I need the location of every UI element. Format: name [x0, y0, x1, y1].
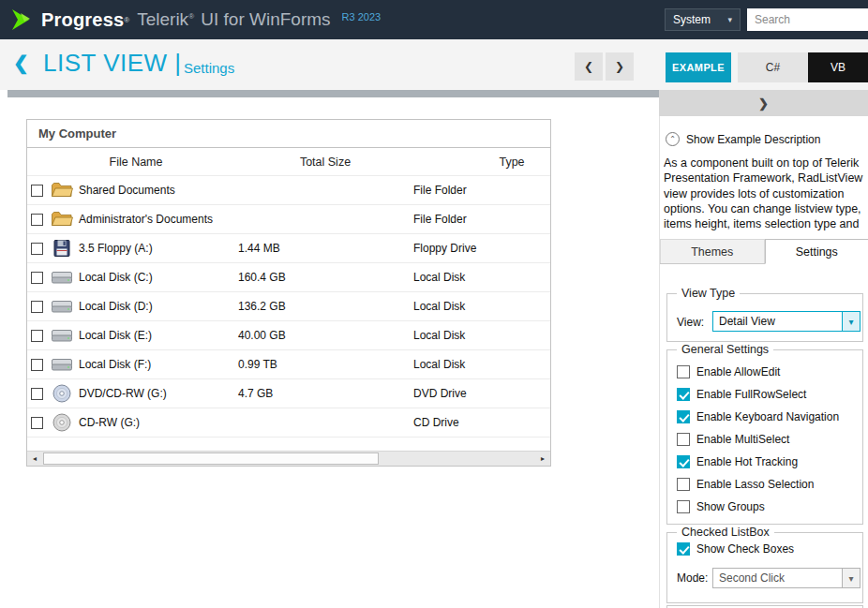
- scroll-left-button[interactable]: ◂: [27, 452, 42, 466]
- chevron-down-icon[interactable]: ▾: [842, 312, 860, 331]
- registered-mark: ®: [124, 16, 129, 24]
- tab-example[interactable]: EXAMPLE: [666, 52, 731, 82]
- scroll-right-button[interactable]: ▸: [535, 452, 550, 466]
- tab-csharp[interactable]: C#: [738, 52, 808, 82]
- mode-value: Second Click: [713, 569, 842, 587]
- checked-listbox-options: Show Check Boxes: [677, 538, 857, 560]
- checkbox[interactable]: [677, 542, 690, 556]
- chevron-up-icon: ⌃: [669, 135, 676, 143]
- next-example-button[interactable]: ❯: [606, 52, 634, 81]
- row-checkbox[interactable]: [31, 272, 43, 284]
- checkbox-option[interactable]: Enable Keyboard Navigation: [677, 406, 857, 428]
- description-toggle[interactable]: ⌃ Show Example Description: [666, 132, 820, 146]
- checkbox-label: Enable Hot Tracking: [696, 455, 798, 468]
- checkbox-option[interactable]: Enable FullRowSelect: [677, 383, 857, 406]
- file-type: File Folder: [413, 205, 467, 234]
- row-checkbox[interactable]: [31, 301, 43, 313]
- file-name: CD-RW (G:): [79, 416, 140, 429]
- example-description: As a component built on top of Telerik P…: [664, 156, 864, 234]
- sidebar-collapse-bar[interactable]: ❯: [659, 90, 868, 116]
- brand-product: Telerik® UI for WinForms: [137, 9, 330, 30]
- file-name: Local Disk (F:): [79, 358, 151, 371]
- row-checkbox[interactable]: [31, 243, 43, 255]
- table-row[interactable]: Local Disk (E:)40.00 GBLocal Disk: [27, 321, 550, 350]
- table-row[interactable]: Administrator's DocumentsFile Folder: [27, 205, 550, 234]
- system-dropdown[interactable]: System ▾: [665, 8, 741, 31]
- table-row[interactable]: Shared DocumentsFile Folder: [27, 176, 550, 205]
- mode-dropdown[interactable]: Second Click ▾: [712, 568, 861, 588]
- file-name: Shared Documents: [79, 184, 175, 197]
- total-size: 4.7 GB: [238, 379, 273, 408]
- brand-name: Progress: [41, 9, 124, 31]
- search-input[interactable]: [747, 8, 868, 31]
- general-settings-options: Enable AllowEditEnable FullRowSelectEnab…: [677, 361, 857, 518]
- row-checkbox[interactable]: [31, 330, 43, 342]
- column-header-type[interactable]: Type: [406, 148, 550, 176]
- row-checkbox[interactable]: [31, 359, 43, 371]
- checkbox[interactable]: [677, 365, 690, 378]
- horizontal-scrollbar[interactable]: ◂ ▸: [27, 451, 550, 466]
- table-row[interactable]: DVD/CD-RW (G:)4.7 GBDVD Drive: [27, 379, 550, 408]
- previous-example-button[interactable]: ❮: [575, 52, 603, 81]
- table-row[interactable]: Local Disk (F:)0.99 TBLocal Disk: [27, 350, 550, 379]
- brand-product-suffix: UI for WinForms: [196, 9, 331, 29]
- chevron-down-icon[interactable]: ▾: [842, 569, 860, 587]
- folder-icon: [49, 179, 75, 201]
- row-checkbox[interactable]: [31, 417, 43, 429]
- chevron-up-circle-icon: ⌃: [666, 132, 680, 146]
- general-settings-groupbox: General Settings Enable AllowEditEnable …: [666, 349, 863, 525]
- checkbox-option[interactable]: Enable Lasso Selection: [677, 473, 857, 496]
- checkbox[interactable]: [677, 500, 690, 513]
- row-checkbox[interactable]: [31, 388, 43, 400]
- file-name: DVD/CD-RW (G:): [79, 387, 167, 400]
- system-dropdown-value: System: [673, 13, 711, 26]
- checkbox[interactable]: [677, 433, 690, 446]
- table-row[interactable]: 3.5 Floppy (A:)1.44 MBFloppy Drive: [27, 234, 550, 263]
- floppy-icon: [49, 237, 75, 260]
- table-row[interactable]: CD-RW (G:)CD Drive: [27, 408, 550, 437]
- file-type: Floppy Drive: [413, 234, 476, 263]
- file-type: Local Disk: [413, 350, 465, 379]
- file-type: Local Disk: [413, 263, 465, 292]
- column-header-file-name[interactable]: File Name: [27, 148, 245, 176]
- file-name: Local Disk (C:): [79, 271, 153, 284]
- file-type: DVD Drive: [413, 379, 467, 408]
- file-name: Administrator's Documents: [79, 213, 213, 226]
- checkbox[interactable]: [677, 388, 690, 401]
- brand-product-name: Telerik: [137, 9, 188, 29]
- view-label: View:: [677, 316, 704, 329]
- subheader: ❮ LIST VIEW | Settings ❮ ❯ EXAMPLE C# VB: [0, 39, 868, 90]
- checked-listbox-groupbox: Checked ListBox Show Check Boxes Mode: S…: [666, 532, 863, 603]
- back-icon[interactable]: ❮: [13, 52, 29, 74]
- view-type-value: Detail View: [713, 312, 842, 331]
- checkbox-label: Enable FullRowSelect: [696, 388, 806, 401]
- tab-themes[interactable]: Themes: [660, 239, 765, 263]
- checkbox-option[interactable]: Enable AllowEdit: [677, 361, 857, 383]
- checkbox-option[interactable]: Enable MultiSelect: [677, 428, 857, 451]
- row-checkbox[interactable]: [31, 185, 43, 197]
- checkbox-label: Show Groups: [696, 500, 765, 513]
- checkbox-label: Enable Lasso Selection: [696, 478, 814, 491]
- tab-vb[interactable]: VB: [808, 52, 868, 82]
- page-title: LIST VIEW |: [43, 49, 182, 78]
- checkbox-option[interactable]: Enable Hot Tracking: [677, 451, 857, 473]
- checkbox[interactable]: [677, 455, 690, 468]
- total-size: 0.99 TB: [238, 350, 277, 379]
- tab-settings[interactable]: Settings: [765, 239, 868, 264]
- settings-sidebar: ⌃ Show Example Description As a componen…: [659, 116, 868, 608]
- table-row[interactable]: Local Disk (D:)136.2 GBLocal Disk: [27, 292, 550, 321]
- checkbox[interactable]: [677, 410, 690, 423]
- view-type-dropdown[interactable]: Detail View ▾: [712, 311, 861, 332]
- chevron-right-icon: ❯: [758, 96, 769, 111]
- row-checkbox[interactable]: [31, 214, 43, 226]
- checkbox-option[interactable]: Show Check Boxes: [677, 538, 857, 560]
- my-computer-listview: My Computer File Name Total Size Type Sh…: [26, 119, 551, 467]
- checkbox-option[interactable]: Show Groups: [677, 496, 857, 518]
- file-type: Local Disk: [413, 292, 465, 321]
- checkbox[interactable]: [677, 478, 690, 491]
- column-header-total-size[interactable]: Total Size: [245, 148, 406, 176]
- scrollbar-thumb[interactable]: [43, 452, 379, 465]
- triangle-right-icon: ▸: [541, 454, 545, 463]
- release-badge: R3 2023: [342, 11, 382, 22]
- table-row[interactable]: Local Disk (C:)160.4 GBLocal Disk: [27, 263, 550, 292]
